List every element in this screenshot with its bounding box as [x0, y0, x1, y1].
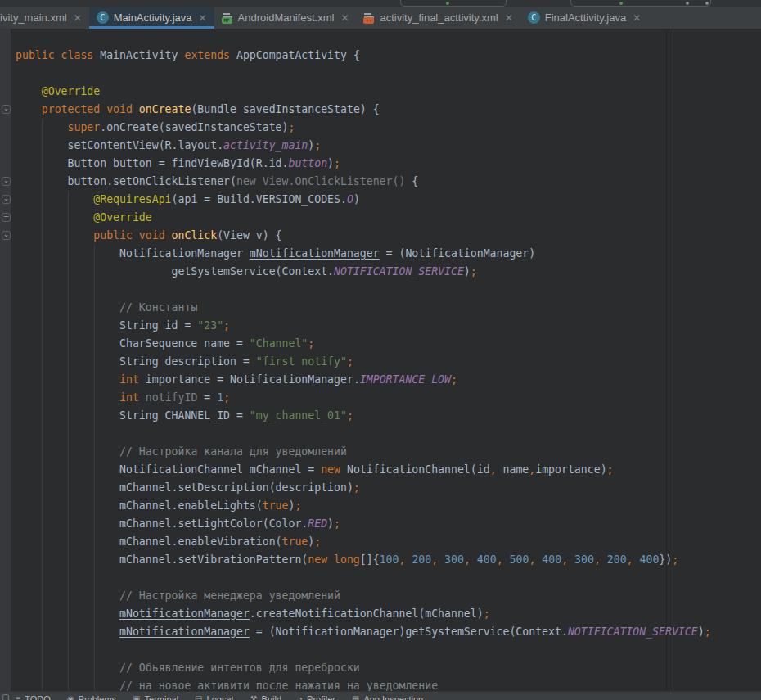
code-line[interactable]: mNotificationManager = (NotificationMana…: [16, 623, 711, 641]
code-line[interactable]: [16, 65, 711, 83]
code-token: ;: [705, 625, 711, 638]
tab-close-icon[interactable]: ✕: [199, 13, 207, 23]
code-token: [16, 229, 93, 242]
code-line[interactable]: String id = "23";: [16, 317, 711, 335]
code-token: onClick: [172, 229, 218, 242]
code-token: [16, 662, 119, 674]
code-line[interactable]: // Настройка канала для уведомлений: [16, 443, 711, 461]
code-token: ): [327, 157, 334, 169]
editor[interactable]: public class MainActivity extends AppCom…: [0, 29, 761, 692]
code-token: [16, 607, 119, 620]
code-token: public void: [93, 229, 171, 242]
code-token: ,: [490, 463, 497, 476]
code-area[interactable]: public class MainActivity extends AppCom…: [16, 47, 711, 692]
code-token: }): [659, 553, 672, 566]
bottom-bar-item-profiler[interactable]: ◔Profiler: [298, 694, 335, 700]
bottom-bar-item-terminal[interactable]: ▣Terminal: [133, 694, 178, 700]
code-line[interactable]: mChannel.setVibrationPattern(new long[]{…: [16, 551, 711, 569]
code-token: // Настройка менеджера уведомлений: [119, 589, 340, 602]
code-line[interactable]: @Override: [16, 83, 711, 101]
code-line[interactable]: mChannel.setDescription(description);: [16, 479, 711, 497]
code-token: [16, 445, 119, 458]
tab-close-icon[interactable]: ✕: [505, 13, 513, 23]
tab-activity-final-acttivity-xml[interactable]: ‹›activity_final_acttivity.xml✕: [356, 7, 520, 29]
code-token: name: [497, 463, 529, 476]
code-line[interactable]: @Override: [16, 209, 711, 227]
fold-marker-icon[interactable]: ⌄: [2, 195, 11, 204]
fold-marker-icon[interactable]: −: [2, 213, 11, 222]
bottom-bar-item-label: Terminal: [145, 694, 179, 700]
code-line[interactable]: mChannel.enableVibration(true);: [16, 533, 711, 551]
code-line[interactable]: CharSequence name = "Channel";: [16, 335, 711, 353]
bottom-bar-item-label: Problems: [79, 694, 116, 700]
code-token: getSystemService(Context.: [16, 265, 334, 278]
code-token: 400: [542, 553, 561, 566]
tab-label: activity_final_acttivity.xml: [380, 11, 498, 24]
code-line[interactable]: mNotificationManager.createNotificationC…: [16, 605, 711, 623]
bottom-bar-item-problems[interactable]: ◉Problems: [67, 694, 116, 700]
profiler-icon: ◔: [298, 695, 303, 700]
code-line[interactable]: // Константы: [16, 299, 711, 317]
code-line[interactable]: mChannel.setLightColor(Color.RED);: [16, 515, 711, 533]
code-line[interactable]: int notifyID = 1;: [16, 389, 711, 407]
code-token: protected void: [42, 103, 139, 115]
editor-gutter[interactable]: [0, 29, 11, 692]
fold-marker-icon[interactable]: ⌄: [2, 177, 11, 186]
window-toggle-icon[interactable]: ▢: [2, 693, 9, 700]
code-line[interactable]: button.setOnClickListener(new View.OnCli…: [16, 173, 711, 191]
code-token: NotificationChannel(id: [340, 463, 490, 476]
code-token: {: [405, 175, 418, 187]
code-line[interactable]: // Настройка менеджера уведомлений: [16, 587, 711, 605]
code-line[interactable]: mChannel.enableLights(true);: [16, 497, 711, 515]
tab-close-icon[interactable]: ✕: [633, 13, 641, 23]
fold-marker-icon[interactable]: ⌄: [2, 105, 11, 114]
tab-mainactivity-java[interactable]: CMainActivity.java✕: [89, 7, 214, 29]
code-token: ;: [353, 481, 360, 494]
tab-finalacttivity-java[interactable]: CFinalActtivity.java✕: [520, 7, 649, 29]
java-class-icon: C: [528, 11, 540, 24]
code-token: ;: [295, 499, 301, 512]
code-token: ;: [314, 139, 321, 151]
code-line[interactable]: @RequiresApi(api = Build.VERSION_CODES.O…: [16, 191, 711, 209]
code-token: String id =: [16, 319, 197, 332]
tab-activity-main-xml[interactable]: ivity_main.xml✕: [0, 7, 89, 29]
code-token: (api = Build.VERSION_CODES.: [172, 193, 347, 205]
code-line[interactable]: NotificationManager mNotificationManager…: [16, 245, 711, 263]
code-token: [503, 553, 510, 566]
bottom-bar-item-build[interactable]: ⚒Build: [250, 694, 281, 700]
code-token: CharSequence name =: [16, 337, 250, 350]
code-line[interactable]: // Обьявление интентов для переброски: [16, 659, 711, 677]
tab-close-icon[interactable]: ✕: [340, 13, 349, 23]
java-class-icon: C: [97, 11, 109, 24]
code-line[interactable]: String CHANNEL_ID = "my_channel_01";: [16, 407, 711, 425]
code-token: .createNotificationChannel(mChannel): [250, 607, 484, 620]
code-line[interactable]: String description = "first notify";: [16, 353, 711, 371]
code-line[interactable]: protected void onCreate(Bundle savedInst…: [16, 101, 711, 119]
code-line[interactable]: Button button = findViewById(R.id.button…: [16, 155, 711, 173]
code-line[interactable]: [16, 425, 711, 443]
code-line[interactable]: int importance = NotificationManager.IMP…: [16, 371, 711, 389]
fold-marker-icon[interactable]: ⌄: [2, 231, 11, 240]
tool-window-bar: ▢ ≡TODO◉Problems▣Terminal▤Logcat⚒Build◔P…: [0, 691, 761, 700]
code-line[interactable]: [16, 641, 711, 659]
code-line[interactable]: public class MainActivity extends AppCom…: [16, 47, 711, 65]
tab-close-icon[interactable]: ✕: [74, 13, 82, 23]
code-line[interactable]: // на новое активити после нажатия на ув…: [16, 677, 711, 692]
bottom-bar-item-logcat[interactable]: ▤Logcat: [195, 694, 233, 700]
code-token: "23": [197, 319, 223, 332]
code-token: ;: [607, 463, 614, 476]
code-line[interactable]: public void onClick(View v) {: [16, 227, 711, 245]
code-line[interactable]: [16, 281, 711, 299]
code-token: ;: [347, 409, 353, 422]
code-line[interactable]: getSystemService(Context.NOTIFICATION_SE…: [16, 263, 711, 281]
bottom-bar-item-app-inspection[interactable]: ▦App Inspection: [352, 694, 423, 700]
code-token: [16, 85, 42, 97]
code-token: notifyID: [146, 391, 198, 404]
bottom-bar-item-todo[interactable]: ≡TODO: [16, 694, 50, 700]
code-line[interactable]: [16, 569, 711, 587]
tab-androidmanifest-xml[interactable]: MFAndroidManifest.xml✕: [214, 7, 357, 29]
code-line[interactable]: setContentView(R.layout.activity_main);: [16, 137, 711, 155]
code-line[interactable]: NotificationChannel mChannel = new Notif…: [16, 461, 711, 479]
logcat-icon: ▤: [195, 695, 202, 700]
code-line[interactable]: super.onCreate(savedInstanceState);: [16, 119, 711, 137]
